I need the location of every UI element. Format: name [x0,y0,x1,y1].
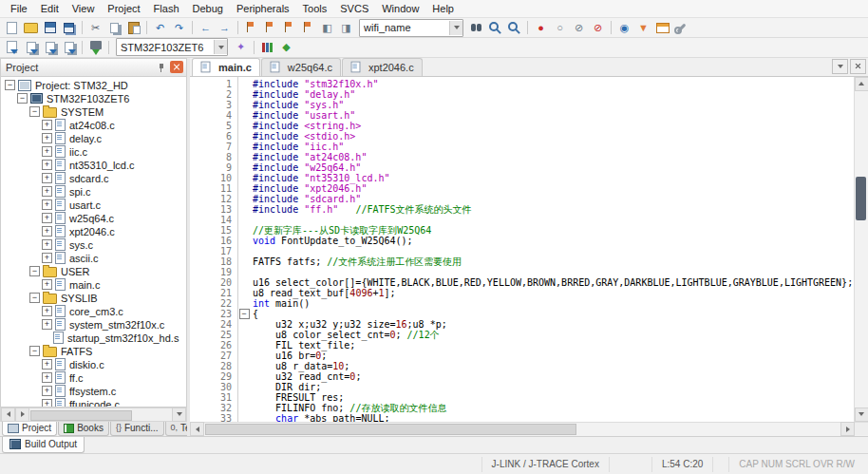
bookmark-next-icon[interactable] [261,19,279,36]
expander-plus-icon[interactable]: + [42,133,52,143]
pin-icon[interactable] [156,62,167,73]
menu-item-project[interactable]: Project [101,1,146,16]
combo-dropdown-icon[interactable] [214,40,227,54]
indent-right-icon[interactable]: ◨ [337,19,355,36]
menu-item-tools[interactable]: Tools [296,1,334,16]
bookmark-toggle-icon[interactable] [242,19,260,36]
close-document-icon[interactable] [850,59,866,74]
undo-icon[interactable]: ↶ [151,19,169,36]
scroll-right-icon[interactable] [15,408,29,422]
expander-plus-icon[interactable]: + [42,199,52,210]
scrollbar-track[interactable] [29,409,172,420]
expander-plus-icon[interactable]: + [42,319,52,330]
new-file-icon[interactable] [3,19,21,36]
editor-vertical-scrollbar[interactable] [854,77,868,422]
scroll-down-icon[interactable] [172,408,186,422]
menu-item-edit[interactable]: Edit [34,1,66,16]
tree-item-stm32f103zet6[interactable]: −STM32F103ZET6 [1,92,186,105]
expander-plus-icon[interactable]: + [42,372,52,383]
menu-item-peripherals[interactable]: Peripherals [230,1,296,16]
menu-item-debug[interactable]: Debug [186,1,230,16]
tree-item-delay-c[interactable]: +delay.c [1,132,186,145]
tree-item-nt35310-lcd-c[interactable]: +nt35310_lcd.c [1,159,186,172]
menu-item-window[interactable]: Window [375,1,425,16]
expander-plus-icon[interactable]: + [42,359,52,370]
expander-minus-icon[interactable]: − [17,93,28,104]
build-output-tab[interactable]: Build Output [2,437,85,453]
manage-runtime-environment-icon[interactable]: ◆ [277,39,295,56]
bookmark-clear-all-icon[interactable] [299,19,317,36]
expander-plus-icon[interactable]: + [42,160,52,170]
editor-tab-w25q64-c[interactable]: w25q64.c [261,58,341,76]
target-select-combobox[interactable]: STM32F103ZET6 [116,38,228,56]
scrollbar-thumb[interactable] [30,410,132,421]
expander-minus-icon[interactable]: − [29,106,40,117]
scroll-down-icon[interactable] [855,408,868,422]
scroll-right-icon[interactable] [840,422,855,436]
expander-plus-icon[interactable]: + [42,386,52,396]
tab-list-dropdown-icon[interactable] [832,59,848,74]
expander-plus-icon[interactable]: + [42,120,52,130]
manage-project-items-icon[interactable] [258,39,276,56]
incremental-find-icon[interactable] [505,19,523,36]
expander-plus-icon[interactable]: + [42,279,52,290]
menu-item-help[interactable]: Help [425,1,461,16]
translate-file-icon[interactable] [3,39,21,56]
tree-item-ffsystem-c[interactable]: +ffsystem.c [1,385,186,398]
expander-plus-icon[interactable]: + [42,213,52,223]
tree-item-project-stm32-hd[interactable]: −Project: STM32_HD [1,79,186,92]
expander-plus-icon[interactable]: + [42,173,52,183]
expander-plus-icon[interactable]: + [42,239,52,250]
window-layout-icon[interactable] [653,19,671,36]
panel-tab-books[interactable]: Books [58,422,109,436]
tree-item-ffunicode-c[interactable]: +ffunicode.c [1,398,186,408]
tree-item-xpt2046-c[interactable]: +xpt2046.c [1,225,186,238]
scrollbar-thumb[interactable] [856,177,866,220]
scroll-left-icon[interactable] [1,408,15,422]
scroll-left-icon[interactable] [190,422,204,436]
save-icon[interactable] [41,19,59,36]
navigate-forward-icon[interactable]: → [216,19,234,36]
expander-minus-icon[interactable]: − [5,80,15,90]
tree-item-diskio-c[interactable]: +diskio.c [1,358,186,371]
editor-tab-xpt2046-c[interactable]: xpt2046.c [342,58,423,76]
tree-item-ascii-c[interactable]: +ascii.c [1,252,186,265]
tree-item-core-cm3-c[interactable]: +core_cm3.c [1,305,186,318]
download-to-flash-icon[interactable] [86,39,104,56]
tree-item-iic-c[interactable]: +iic.c [1,145,186,159]
tree-item-system[interactable]: −SYSTEM [1,105,186,119]
expander-minus-icon[interactable]: − [29,346,40,356]
paste-icon[interactable] [124,19,142,36]
menu-item-svcs[interactable]: SVCS [333,1,375,16]
tree-item-at24c08-c[interactable]: +at24c08.c [1,119,186,132]
tree-item-sys-c[interactable]: +sys.c [1,238,186,252]
tree-item-syslib[interactable]: −SYSLIB [1,292,186,305]
expander-plus-icon[interactable]: + [42,253,52,263]
find-text-combobox[interactable]: wifi_name [359,19,463,37]
options-for-target-icon[interactable]: ✦ [232,39,250,56]
expander-minus-icon[interactable]: − [29,266,40,276]
tree-item-startup-stm32f10x-hd-s[interactable]: startup_stm32f10x_hd.s [1,332,186,345]
tree-item-w25q64-c[interactable]: +w25q64.c [1,212,186,225]
bookmark-previous-icon[interactable] [280,19,298,36]
batch-build-icon[interactable] [60,39,78,56]
tree-item-user[interactable]: −USER [1,265,186,278]
tree-item-sdcard-c[interactable]: +sdcard.c [1,172,186,185]
tree-item-fatfs[interactable]: −FATFS [1,345,186,358]
indent-left-icon[interactable]: ◧ [318,19,336,36]
menu-item-flash[interactable]: Flash [147,1,186,16]
trace-filter-icon[interactable]: ▼ [634,19,652,36]
cut-icon[interactable]: ✂ [86,19,104,36]
kill-all-breakpoints-icon[interactable]: ⊘ [589,19,607,36]
expander-minus-icon[interactable]: − [29,293,40,303]
periodic-window-update-icon[interactable]: ◉ [615,19,633,36]
expander-plus-icon[interactable]: + [42,186,52,197]
scroll-up-icon[interactable] [855,77,868,91]
tree-item-main-c[interactable]: +main.c [1,278,186,292]
panel-tab-functi[interactable]: {}Functi... [110,422,164,436]
build-icon[interactable] [22,39,40,56]
expander-plus-icon[interactable]: + [42,226,52,237]
scrollbar-track[interactable] [204,423,840,435]
editor-tab-main-c[interactable]: main.c [192,58,260,76]
tree-item-spi-c[interactable]: +spi.c [1,185,186,199]
